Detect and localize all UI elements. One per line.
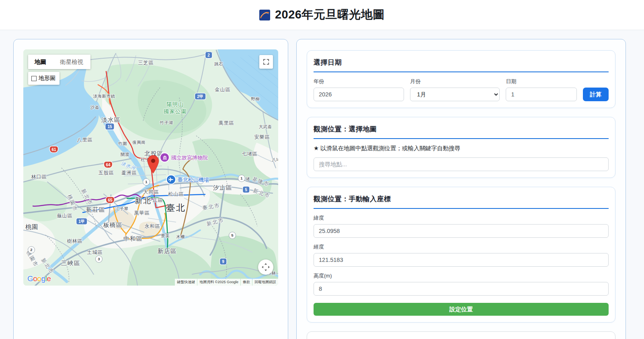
terrain-checkbox[interactable] [31, 76, 37, 81]
map-label: 新北 [135, 196, 152, 206]
next-card-partial [307, 331, 615, 339]
poi-museum[interactable]: 國立故宮博物院 [160, 153, 208, 162]
altitude-label: 高度(m) [314, 272, 609, 280]
google-logo-letter: G [27, 274, 33, 283]
poi-airport[interactable]: 臺北松山機場 [167, 176, 209, 184]
set-position-button[interactable]: 設定位置 [314, 303, 609, 316]
map-label: 八堵 [272, 157, 278, 163]
calculate-button[interactable]: 計算 [583, 88, 609, 101]
google-logo-letter: g [41, 274, 45, 283]
map-label: 跳石 [214, 61, 223, 67]
route-shield: 5 [229, 232, 236, 239]
month-select[interactable]: 1月 [410, 88, 500, 101]
map-panel: 三芝區跳石金山區野柳淡海新市鎮沙崙淡水區萬里區大武崙陽明山 國家公園竹子湖安樂區… [13, 39, 288, 339]
site-logo-icon [259, 10, 270, 20]
latitude-input[interactable] [314, 224, 609, 238]
google-logo[interactable]: Google [27, 274, 51, 283]
map-type-satellite-button[interactable]: 衛星檢視 [53, 55, 90, 69]
map-label: 新店區 [158, 247, 177, 255]
route-shield: 5 [243, 187, 249, 193]
map-label: 八里區 [77, 137, 93, 143]
map-label: 中和區 [123, 235, 143, 243]
page-title: 2026年元旦曙光地圖 [275, 7, 385, 23]
map-label: 臺北 [166, 202, 186, 214]
map-type-control: 地圖 衛星檢視 地形圖 [28, 55, 90, 85]
map-label: 三芝區 [138, 59, 154, 66]
map-label: 木柵 [176, 234, 185, 240]
map-label: 板橋區 [103, 221, 123, 229]
year-input[interactable] [314, 88, 404, 101]
attribution-link[interactable]: 鍵盤快速鍵 [175, 279, 197, 286]
terrain-label: 地形圖 [39, 75, 55, 82]
terrain-toggle[interactable]: 地形圖 [28, 72, 59, 85]
section-divider [314, 71, 609, 72]
day-input[interactable] [506, 88, 577, 101]
map-type-map-button[interactable]: 地圖 [28, 55, 53, 69]
map-label: 江子翠 [115, 206, 129, 212]
manual-coords-card: 觀測位置：手動輸入座標 緯度 經度 高度(m) 設定位置 [307, 187, 615, 323]
map-label: 新北市 [252, 187, 271, 200]
map-label: 野柳 [251, 96, 260, 102]
longitude-input[interactable] [314, 253, 609, 267]
airport-icon[interactable] [167, 176, 175, 184]
map-label: 樹林區 [67, 238, 83, 245]
map-label: 臺北市 [202, 202, 221, 212]
map-label: 大同區 [144, 189, 159, 196]
map-data-copyright: 地圖資料 ©2025 Google [197, 279, 240, 286]
google-logo-letter: o [37, 274, 41, 283]
map-label: 復興崗 [133, 140, 146, 145]
route-shield: 15 [105, 124, 114, 130]
place-search-input[interactable] [314, 157, 609, 171]
map-label: 竹圍 [118, 141, 127, 147]
map-label: 大武崙 [259, 124, 272, 130]
route-shield: 64 [104, 162, 112, 168]
map-label: 淡海新市鎮 [93, 94, 115, 99]
google-map[interactable]: 三芝區跳石金山區野柳淡海新市鎮沙崙淡水區萬里區大武崙陽明山 國家公園竹子湖安樂區… [23, 49, 278, 286]
attribution-link[interactable]: 條款 [241, 279, 252, 286]
map-attribution: 鍵盤快速鍵地圖資料 ©2025 Google條款回報地圖錯誤 [174, 279, 278, 286]
map-label: 蘆洲區 [121, 170, 137, 176]
map-marker-pin[interactable] [147, 155, 159, 175]
map-label: 桃園市 [25, 249, 39, 268]
map-label: 景美 [161, 233, 170, 239]
attribution-link[interactable]: 回報地圖錯誤 [252, 279, 278, 286]
route-shield: 2 [28, 247, 35, 253]
route-shield: 1甲 [76, 219, 87, 225]
map-label: 汐止區 [213, 184, 232, 192]
altitude-input[interactable] [314, 282, 609, 296]
map-label: 七堵區 [242, 151, 258, 157]
map-label: 五股區 [98, 170, 114, 176]
map-label: 基隆市 [251, 176, 271, 188]
route-shield: 65 [106, 197, 114, 203]
map-label: 五堵 [241, 176, 250, 182]
map-label: 中正區 [148, 197, 163, 204]
route-shield: 2甲 [195, 94, 205, 100]
page-header: 2026年元旦曙光地圖 [0, 0, 644, 30]
map-label: 安樂區 [254, 134, 270, 141]
museum-icon[interactable] [160, 153, 169, 162]
google-logo-letter: o [33, 274, 37, 283]
map-label: 新莊區 [86, 206, 105, 214]
longitude-label: 經度 [314, 243, 609, 251]
map-label: 永和區 [145, 223, 160, 230]
map-select-section-title: 觀測位置：選擇地圖 [314, 125, 609, 134]
fullscreen-button[interactable] [259, 55, 273, 69]
section-divider [314, 208, 609, 209]
pan-arrows-icon [261, 262, 271, 272]
date-card: 選擇日期 年份 月份 1月 日期 計算 [307, 50, 615, 108]
poi-label: 國立故宮博物院 [171, 154, 208, 161]
map-label: 三峽區 [61, 259, 80, 267]
poi-label: 臺北松山機場 [178, 176, 209, 183]
map-label: 土城區 [87, 249, 103, 256]
map-label: 陽明山 國家公園 [164, 101, 187, 115]
map-label: 關渡 [121, 152, 129, 157]
pan-control[interactable] [258, 259, 273, 275]
route-shield: 1 [238, 175, 245, 182]
month-label: 月份 [410, 78, 500, 85]
map-label: 萬里區 [219, 120, 234, 127]
map-label: 淡水河 [120, 160, 137, 172]
main-content: 三芝區跳石金山區野柳淡海新市鎮沙崙淡水區萬里區大武崙陽明山 國家公園竹子湖安樂區… [0, 30, 644, 339]
map-label: 竹子湖 [160, 120, 173, 126]
map-label: 新北市 [206, 216, 225, 228]
route-shield: 2 [205, 52, 212, 58]
